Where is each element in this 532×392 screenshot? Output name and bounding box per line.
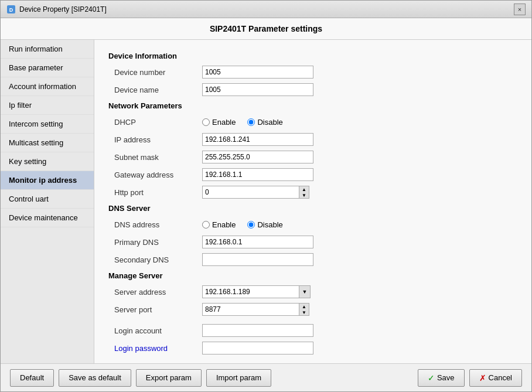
- header-bar: SIP2401T Parameter settings: [1, 18, 531, 40]
- dhcp-row: DHCP Enable Disable: [108, 115, 517, 129]
- footer-left-buttons: Default Save as default Export param Imp…: [10, 369, 271, 387]
- close-button[interactable]: ×: [514, 4, 526, 15]
- dns-enable-option[interactable]: Enable: [202, 220, 236, 229]
- http-port-spinner-buttons: ▲ ▼: [299, 186, 309, 199]
- secondary-dns-label: Secondary DNS: [108, 255, 202, 264]
- cancel-label: Cancel: [489, 373, 512, 382]
- server-port-input[interactable]: [202, 303, 299, 316]
- secondary-dns-input[interactable]: [202, 253, 313, 266]
- login-password-input[interactable]: [202, 342, 313, 354]
- device-number-input[interactable]: [202, 66, 313, 79]
- header-title: SIP2401T Parameter settings: [210, 24, 322, 33]
- title-bar-left: D Device Property [SIP2401T]: [6, 5, 107, 14]
- window-title: Device Property [SIP2401T]: [19, 5, 107, 13]
- save-as-default-button[interactable]: Save as default: [59, 369, 131, 387]
- footer-right-buttons: ✓ Save ✗ Cancel: [418, 369, 522, 387]
- secondary-dns-row: Secondary DNS: [108, 253, 517, 267]
- login-password-row: Login password: [108, 341, 517, 355]
- device-info-section-title: Device Information: [108, 52, 517, 60]
- content-area: Run information Base parameter Account i…: [1, 40, 531, 363]
- title-bar: D Device Property [SIP2401T] ×: [1, 1, 531, 18]
- dns-address-label: DNS address: [108, 220, 202, 229]
- save-label: Save: [437, 373, 455, 382]
- main-window: D Device Property [SIP2401T] × SIP2401T …: [0, 0, 532, 392]
- svg-text:D: D: [9, 7, 13, 13]
- dhcp-disable-option[interactable]: Disable: [247, 118, 282, 127]
- ip-address-label: IP address: [108, 135, 202, 144]
- dhcp-enable-radio[interactable]: [202, 118, 210, 126]
- gateway-address-row: Gateway address: [108, 168, 517, 182]
- import-param-button[interactable]: Import param: [206, 369, 271, 387]
- gateway-address-input[interactable]: [202, 168, 313, 181]
- device-name-input[interactable]: [202, 83, 313, 96]
- http-port-down-button[interactable]: ▼: [299, 192, 309, 198]
- server-address-input[interactable]: [202, 285, 299, 298]
- login-account-row: Login account: [108, 323, 517, 338]
- save-button[interactable]: ✓ Save: [418, 369, 465, 387]
- sidebar-item-control-uart[interactable]: Control uart: [1, 190, 94, 209]
- sidebar: Run information Base parameter Account i…: [1, 40, 94, 363]
- dns-disable-label: Disable: [257, 220, 282, 229]
- http-port-label: Http port: [108, 188, 202, 197]
- sidebar-item-multicast-setting[interactable]: Multicast setting: [1, 134, 94, 152]
- server-address-dropdown: ▼: [202, 285, 311, 298]
- server-address-label: Server address: [108, 288, 202, 296]
- sidebar-item-monitor-ip-address[interactable]: Monitor ip address: [1, 171, 94, 190]
- device-name-row: Device name: [108, 83, 517, 97]
- sidebar-item-key-setting[interactable]: Key setting: [1, 152, 94, 171]
- dns-enable-label: Enable: [212, 220, 236, 229]
- subnet-mask-label: Subnet mask: [108, 153, 202, 162]
- dhcp-enable-option[interactable]: Enable: [202, 118, 236, 127]
- sidebar-item-account-information[interactable]: Account information: [1, 77, 94, 96]
- sidebar-item-intercom-setting[interactable]: Intercom setting: [1, 115, 94, 134]
- primary-dns-label: Primary DNS: [108, 238, 202, 247]
- subnet-mask-row: Subnet mask: [108, 150, 517, 164]
- save-check-icon: ✓: [428, 373, 435, 383]
- server-address-dropdown-button[interactable]: ▼: [299, 285, 311, 298]
- sidebar-item-base-parameter[interactable]: Base parameter: [1, 59, 94, 77]
- http-port-row: Http port ▲ ▼: [108, 185, 517, 199]
- server-address-row: Server address ▼: [108, 285, 517, 299]
- gateway-address-label: Gateway address: [108, 171, 202, 179]
- http-port-up-button[interactable]: ▲: [299, 186, 309, 192]
- window-icon: D: [6, 5, 16, 14]
- http-port-spinner: ▲ ▼: [202, 186, 309, 199]
- dns-radio-group: Enable Disable: [202, 220, 283, 229]
- ip-address-input[interactable]: [202, 133, 313, 146]
- dhcp-disable-radio[interactable]: [247, 118, 255, 126]
- dns-server-section-title: DNS Server: [108, 204, 517, 213]
- server-port-spinner: ▲ ▼: [202, 303, 309, 316]
- primary-dns-input[interactable]: [202, 236, 313, 248]
- primary-dns-row: Primary DNS: [108, 235, 517, 249]
- device-name-label: Device name: [108, 86, 202, 94]
- device-number-label: Device number: [108, 68, 202, 77]
- manage-server-section-title: Manage Server: [108, 271, 517, 280]
- device-number-row: Device number: [108, 65, 517, 79]
- dhcp-radio-group: Enable Disable: [202, 118, 283, 127]
- sidebar-item-ip-filter[interactable]: Ip filter: [1, 96, 94, 115]
- server-port-down-button[interactable]: ▼: [299, 309, 309, 315]
- dhcp-label: DHCP: [108, 118, 202, 127]
- subnet-mask-input[interactable]: [202, 151, 313, 163]
- server-port-spinner-buttons: ▲ ▼: [299, 303, 309, 316]
- default-button[interactable]: Default: [10, 369, 54, 387]
- dhcp-disable-label: Disable: [257, 118, 282, 127]
- login-account-input[interactable]: [202, 324, 313, 337]
- sidebar-item-device-maintenance[interactable]: Device maintenance: [1, 209, 94, 227]
- server-port-label: Server port: [108, 305, 202, 314]
- cancel-button[interactable]: ✗ Cancel: [469, 369, 522, 387]
- login-account-label: Login account: [108, 326, 202, 335]
- sidebar-item-run-information[interactable]: Run information: [1, 40, 94, 59]
- export-param-button[interactable]: Export param: [136, 369, 202, 387]
- dns-disable-option[interactable]: Disable: [247, 220, 282, 229]
- network-params-section-title: Network Parameters: [108, 101, 517, 110]
- http-port-input[interactable]: [202, 186, 299, 199]
- dhcp-enable-label: Enable: [212, 118, 236, 127]
- ip-address-row: IP address: [108, 132, 517, 146]
- dns-address-row: DNS address Enable Disable: [108, 217, 517, 231]
- dns-disable-radio[interactable]: [247, 221, 255, 229]
- cancel-x-icon: ✗: [479, 373, 486, 383]
- footer-bar: Default Save as default Export param Imp…: [1, 363, 531, 391]
- dns-enable-radio[interactable]: [202, 221, 210, 229]
- server-port-up-button[interactable]: ▲: [299, 304, 309, 309]
